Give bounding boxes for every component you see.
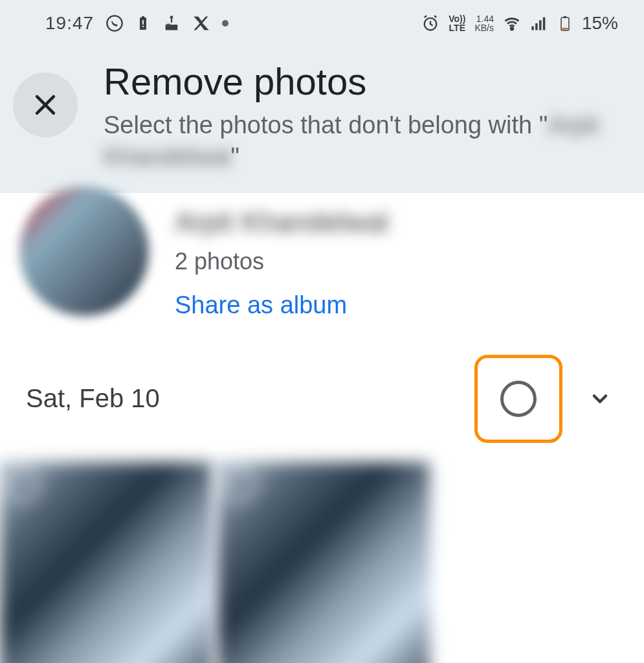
x-icon — [192, 14, 210, 32]
battery-alert-icon — [135, 16, 151, 31]
svg-rect-12 — [539, 20, 542, 30]
svg-rect-15 — [564, 16, 566, 18]
whatsapp-icon — [105, 14, 124, 32]
subtitle-suffix: " — [230, 143, 239, 170]
date-label: Sat, Feb 10 — [26, 384, 160, 413]
person-info-row: Arpit Khandelwal 2 photos Share as album — [0, 193, 644, 335]
volte-indicator: Vo)) LTE — [449, 14, 465, 32]
date-section-header: Sat, Feb 10 — [0, 335, 644, 462]
svg-rect-13 — [543, 17, 546, 30]
svg-rect-6 — [171, 19, 172, 23]
page-header: Remove photos Select the photos that don… — [0, 40, 644, 180]
alarm-icon — [421, 14, 439, 32]
photo-count: 2 photos — [175, 248, 388, 275]
chevron-down-icon[interactable] — [588, 387, 612, 410]
svg-point-0 — [107, 16, 122, 30]
svg-rect-10 — [531, 27, 534, 30]
photo-thumbnail[interactable] — [217, 462, 430, 663]
avatar[interactable] — [19, 186, 149, 316]
speed-bottom: KB/s — [474, 23, 494, 32]
wifi-icon — [503, 14, 521, 32]
close-icon — [31, 91, 60, 119]
more-notifications-icon — [222, 20, 228, 27]
close-button[interactable] — [13, 73, 78, 137]
svg-rect-3 — [142, 20, 144, 25]
share-as-album-link[interactable]: Share as album — [175, 291, 388, 319]
svg-rect-2 — [142, 16, 144, 18]
photo-thumbnail[interactable] — [0, 462, 212, 663]
volte-top: Vo)) — [449, 14, 465, 23]
svg-rect-11 — [535, 23, 538, 30]
status-bar-right: Vo)) LTE 1.44 KB/s 15% — [421, 13, 618, 34]
status-bar-left: 19:47 — [45, 13, 228, 34]
photo-grid — [0, 462, 644, 663]
birthday-icon — [162, 14, 181, 32]
page-subtitle: Select the photos that don't belong with… — [104, 109, 618, 174]
cell-signal-icon — [530, 14, 548, 32]
status-time: 19:47 — [45, 13, 94, 34]
svg-rect-4 — [142, 26, 144, 27]
svg-point-7 — [170, 16, 173, 19]
volte-bottom: LTE — [449, 23, 465, 32]
svg-point-9 — [511, 27, 513, 30]
battery-icon — [557, 16, 573, 31]
battery-percent: 15% — [582, 13, 618, 34]
person-name: Arpit Khandelwal — [175, 206, 388, 238]
speed-top: 1.44 — [476, 14, 494, 23]
select-all-toggle[interactable] — [500, 381, 537, 417]
network-speed: 1.44 KB/s — [474, 14, 494, 32]
svg-rect-16 — [562, 28, 568, 30]
status-bar: 19:47 Vo)) LTE 1.44 KB/s 15% — [0, 0, 644, 40]
page-title: Remove photos — [104, 60, 618, 103]
annotation-highlight — [474, 355, 562, 443]
subtitle-prefix: Select the photos that don't belong with… — [104, 111, 548, 139]
